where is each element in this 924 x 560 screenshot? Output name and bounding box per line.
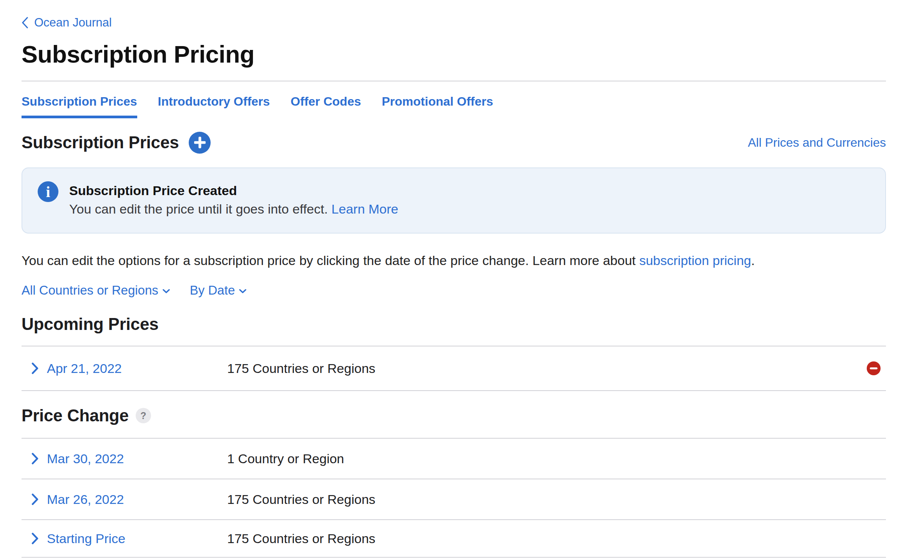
page-title: Subscription Pricing <box>22 40 886 68</box>
banner-body: You can edit the price until it goes int… <box>69 200 398 217</box>
chevron-right-icon <box>32 453 38 464</box>
countries-filter-label: All Countries or Regions <box>22 283 158 298</box>
price-date-link[interactable]: Mar 30, 2022 <box>47 451 227 466</box>
chevron-down-icon <box>239 289 246 293</box>
banner-title: Subscription Price Created <box>69 182 398 199</box>
help-icon[interactable]: ? <box>136 408 151 423</box>
back-link-label: Ocean Journal <box>34 16 112 30</box>
price-scope: 175 Countries or Regions <box>227 492 886 507</box>
breadcrumb: Ocean Journal <box>22 15 886 30</box>
filter-bar: All Countries or Regions By Date <box>22 282 886 299</box>
all-prices-and-currencies-link[interactable]: All Prices and Currencies <box>748 136 886 150</box>
price-date-link[interactable]: Apr 21, 2022 <box>47 361 227 376</box>
back-link[interactable]: Ocean Journal <box>22 16 112 30</box>
divider <box>22 557 886 558</box>
price-date-link[interactable]: Mar 26, 2022 <box>47 492 227 507</box>
remove-price-button[interactable] <box>867 361 881 375</box>
tab-subscription-prices[interactable]: Subscription Prices <box>22 81 137 118</box>
info-icon: i <box>38 181 58 202</box>
tab-promotional-offers[interactable]: Promotional Offers <box>382 81 493 118</box>
price-scope: 175 Countries or Regions <box>227 361 867 376</box>
page-container: Ocean Journal Subscription Pricing Subsc… <box>22 15 886 558</box>
info-banner: i Subscription Price Created You can edi… <box>22 167 886 234</box>
by-date-filter-label: By Date <box>190 283 235 298</box>
subscription-pricing-link[interactable]: subscription pricing <box>639 253 751 268</box>
description-before: You can edit the options for a subscript… <box>22 253 639 268</box>
table-row-price-change: Starting Price 175 Countries or Regions <box>22 520 886 557</box>
table-row-upcoming-price: Apr 21, 2022 175 Countries or Regions <box>22 346 886 390</box>
divider <box>22 390 886 391</box>
chevron-right-icon <box>32 494 38 505</box>
chevron-right-icon <box>32 533 38 544</box>
price-change-heading: Price Change ? <box>22 406 886 426</box>
table-row-price-change: Mar 26, 2022 175 Countries or Regions <box>22 479 886 519</box>
banner-text: Subscription Price Created You can edit … <box>69 182 398 217</box>
price-scope: 1 Country or Region <box>227 451 886 466</box>
tab-introductory-offers[interactable]: Introductory Offers <box>158 81 270 118</box>
description-text: You can edit the options for a subscript… <box>22 252 886 269</box>
banner-body-text: You can edit the price until it goes int… <box>69 202 331 216</box>
tab-offer-codes[interactable]: Offer Codes <box>291 81 361 118</box>
table-row-price-change: Mar 30, 2022 1 Country or Region <box>22 439 886 479</box>
price-date-link[interactable]: Starting Price <box>47 531 227 546</box>
price-scope: 175 Countries or Regions <box>227 531 886 546</box>
plus-icon <box>194 137 206 148</box>
price-change-heading-label: Price Change <box>22 406 129 426</box>
chevron-left-icon <box>22 17 28 28</box>
section-header: Subscription Prices All Prices and Curre… <box>22 131 886 154</box>
description-after: . <box>751 253 754 268</box>
by-date-filter-dropdown[interactable]: By Date <box>190 283 246 298</box>
upcoming-prices-heading: Upcoming Prices <box>22 314 886 334</box>
chevron-down-icon <box>163 289 170 293</box>
tab-bar: Subscription Prices Introductory Offers … <box>22 81 886 118</box>
add-price-button[interactable] <box>189 132 211 154</box>
countries-filter-dropdown[interactable]: All Countries or Regions <box>22 283 170 298</box>
learn-more-link[interactable]: Learn More <box>331 202 398 216</box>
chevron-right-icon <box>32 363 38 374</box>
minus-icon <box>870 368 877 369</box>
section-title: Subscription Prices <box>22 133 179 152</box>
